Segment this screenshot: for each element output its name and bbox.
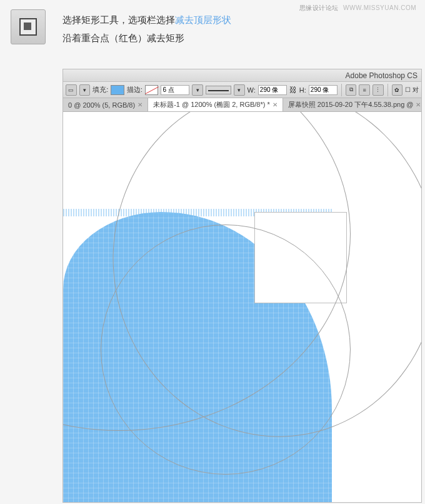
tab-doc-3[interactable]: 屏幕快照 2015-09-20 下午4.55.38.png @ ✕ bbox=[283, 98, 421, 111]
photoshop-window: Adobe Photoshop CS ▭ ▾ 填充: 描边: ▾ ▾ W: ⛓ … bbox=[62, 69, 422, 503]
ps-titlebar: Adobe Photoshop CS bbox=[63, 69, 421, 82]
highlight-text: 减去顶层形状 bbox=[175, 14, 231, 25]
stroke-dropdown-icon[interactable]: ▾ bbox=[192, 84, 203, 96]
stroke-label: 描边: bbox=[127, 85, 142, 94]
ps-options-bar: ▭ ▾ 填充: 描边: ▾ ▾ W: ⛓ H: ⧉ ≡ ⋮ ✿ ☐ 对 bbox=[63, 82, 421, 98]
instruction-line-2: 沿着重合点（红色）减去矩形 bbox=[62, 29, 231, 48]
shape-mode-dropdown[interactable]: ▾ bbox=[79, 84, 91, 96]
close-icon[interactable]: ✕ bbox=[272, 101, 278, 108]
canvas-area[interactable] bbox=[63, 112, 421, 503]
stroke-width-input[interactable] bbox=[161, 85, 189, 95]
width-label: W: bbox=[248, 86, 256, 94]
tab-doc-1[interactable]: 0 @ 200% (5, RGB/8) ✕ bbox=[63, 98, 148, 111]
path-arrangement-icon[interactable]: ⋮ bbox=[372, 84, 384, 96]
watermark-url: WWW.MISSYUAN.COM bbox=[343, 4, 416, 11]
close-icon[interactable]: ✕ bbox=[416, 101, 421, 108]
tutorial-instructions: 选择矩形工具，选项栏选择减去顶层形状 沿着重合点（红色）减去矩形 bbox=[62, 11, 231, 47]
shape-tool-preset-icon[interactable]: ▭ bbox=[66, 84, 77, 96]
stroke-style-dropdown-icon[interactable]: ▾ bbox=[234, 84, 245, 96]
path-alignment-icon[interactable]: ≡ bbox=[359, 84, 370, 96]
rectangle-tool-icon bbox=[11, 9, 46, 44]
fill-color-swatch[interactable] bbox=[111, 85, 124, 95]
app-title: Adobe Photoshop CS bbox=[346, 71, 418, 80]
height-input[interactable] bbox=[309, 85, 338, 95]
height-label: H: bbox=[299, 86, 306, 94]
document-tabs: 0 @ 200% (5, RGB/8) ✕ 未标题-1 @ 1200% (椭圆 … bbox=[63, 98, 421, 112]
width-input[interactable] bbox=[258, 85, 287, 95]
fill-label: 填充: bbox=[92, 85, 108, 94]
link-wh-icon[interactable]: ⛓ bbox=[289, 86, 297, 94]
ellipse-path-inner bbox=[101, 224, 351, 475]
watermark: 思缘设计论坛 WWW.MISSYUAN.COM bbox=[299, 4, 416, 13]
watermark-site: 思缘设计论坛 bbox=[299, 4, 339, 11]
instruction-line-1: 选择矩形工具，选项栏选择减去顶层形状 bbox=[62, 11, 231, 29]
stroke-style-picker[interactable] bbox=[206, 86, 231, 94]
gear-icon[interactable]: ✿ bbox=[392, 84, 403, 96]
path-operations-icon[interactable]: ⧉ bbox=[346, 84, 357, 96]
close-icon[interactable]: ✕ bbox=[138, 101, 142, 108]
align-checkbox[interactable]: ☐ 对 bbox=[405, 86, 419, 94]
stroke-color-swatch[interactable] bbox=[145, 85, 159, 95]
tab-doc-2[interactable]: 未标题-1 @ 1200% (椭圆 2, RGB/8*) * ✕ bbox=[148, 98, 283, 112]
